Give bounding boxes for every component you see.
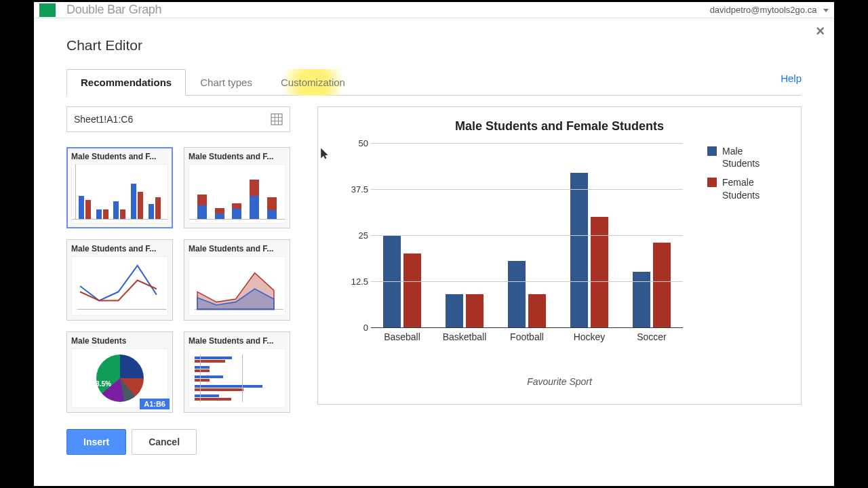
bar: [653, 243, 671, 327]
sheets-logo: [39, 3, 56, 17]
thumb-title: Male Students and F...: [189, 152, 285, 161]
y-tick-label: 50: [359, 138, 368, 148]
thumb-title: Male Students: [71, 336, 168, 346]
chart-title: Male Students and Female Students: [334, 119, 785, 134]
sheets-header: Double Bar Graph davidpetro@mytools2go.c…: [34, 2, 834, 18]
svg-rect-0: [271, 114, 282, 125]
dialog-tabs: Recommendations Chart types Customizatio…: [66, 68, 802, 96]
bar: [528, 294, 546, 327]
chart-thumb-line[interactable]: Male Students and F...: [66, 239, 173, 321]
thumb-title: Male Students and F...: [71, 244, 168, 253]
x-tick-label: Soccer: [620, 327, 683, 346]
select-range-icon[interactable]: [271, 113, 283, 125]
legend-label: Male Students: [722, 145, 782, 169]
thumb-range-badge: A1:B6: [140, 399, 170, 409]
legend-swatch-icon: [707, 178, 717, 187]
bar: [570, 173, 588, 327]
chart-thumb-grouped-bar[interactable]: Male Students and F...: [66, 147, 173, 228]
y-tick-label: 12.5: [351, 277, 368, 287]
legend-label: Female Students: [722, 176, 782, 201]
tab-customization[interactable]: Customization: [267, 69, 359, 96]
chart-editor-dialog: × Chart Editor Recommendations Chart typ…: [34, 21, 834, 486]
account-email[interactable]: davidpetro@mytools2go.ca: [710, 5, 829, 15]
thumb-title: Male Students and F...: [71, 152, 168, 161]
legend-item-male: Male Students: [707, 145, 782, 169]
account-dropdown-icon: [823, 9, 829, 12]
bar: [508, 261, 526, 327]
chart-legend: Male Students Female Students: [707, 145, 782, 208]
chart-thumb-pie[interactable]: Male Students 38.5% A1:B6: [66, 331, 173, 413]
x-axis-title: Favourite Sport: [334, 376, 785, 387]
thumb-title: Male Students and F...: [189, 336, 285, 346]
x-tick-label: Football: [496, 327, 558, 346]
pie-slice-label: 38.5%: [92, 380, 111, 388]
thumb-title: Male Students and F...: [189, 244, 285, 253]
chart-thumb-hbar[interactable]: Male Students and F...: [184, 331, 290, 413]
x-tick-label: Baseball: [371, 327, 433, 346]
legend-swatch-icon: [707, 146, 717, 156]
chart-thumb-area[interactable]: Male Students and F...: [184, 239, 290, 321]
y-tick-label: 37.5: [351, 184, 368, 195]
document-title: Double Bar Graph: [66, 3, 161, 17]
app-stage: Double Bar Graph davidpetro@mytools2go.c…: [34, 2, 834, 486]
y-tick-label: 0: [363, 323, 368, 333]
y-tick-label: 25: [359, 230, 368, 241]
chart-preview-panel: Male Students and Female Students Male S…: [317, 106, 802, 405]
data-range-input[interactable]: Sheet1!A1:C6: [66, 106, 290, 132]
dialog-title: Chart Editor: [66, 37, 802, 54]
chart-thumb-stacked-bar[interactable]: Male Students and F...: [184, 147, 290, 228]
x-tick-label: Hockey: [558, 327, 620, 346]
data-range-value: Sheet1!A1:C6: [74, 114, 133, 125]
account-email-text: davidpetro@mytools2go.ca: [710, 5, 817, 15]
bar: [466, 294, 484, 327]
close-icon[interactable]: ×: [816, 24, 825, 39]
insert-button[interactable]: Insert: [66, 429, 126, 455]
x-tick-label: Basketball: [433, 327, 496, 346]
tab-recommendations[interactable]: Recommendations: [66, 69, 186, 96]
bar: [633, 272, 650, 327]
bar: [591, 217, 608, 327]
help-link[interactable]: Help: [781, 73, 802, 91]
cancel-button[interactable]: Cancel: [132, 429, 197, 455]
chart-plot-area: 012.52537.550 BaseballBasketballFootball…: [371, 143, 683, 346]
bar: [403, 253, 421, 327]
bar: [446, 294, 463, 327]
legend-item-female: Female Students: [707, 176, 782, 201]
tab-chart-types[interactable]: Chart types: [186, 69, 267, 96]
